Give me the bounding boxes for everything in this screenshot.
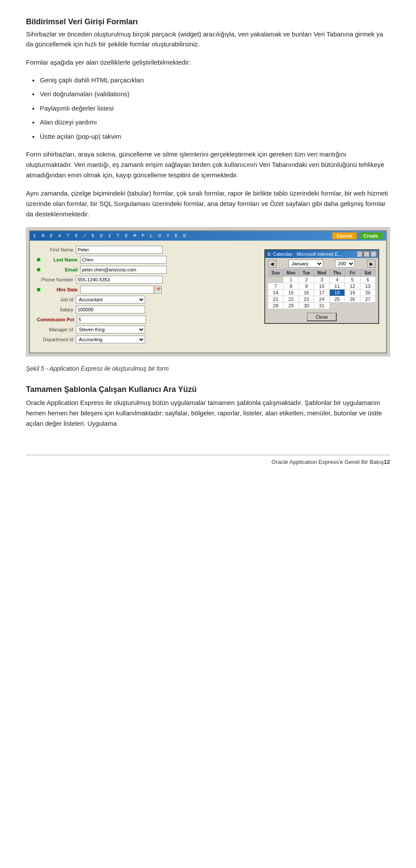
label-hiredate: Hire Date [41,287,80,292]
features-intro: Formlar aşağıda yer alan özelliklerle ge… [26,57,390,68]
label-email: Email [41,267,80,272]
maximize-button[interactable]: □ [364,251,370,257]
calendar-table: Sun Mon Tue Wed Thu Fri Sat 123456789101… [268,269,376,309]
month-select[interactable]: January February March April May June Ju… [289,260,323,268]
day-header-sat: Sat [360,270,375,277]
form-window: C r e a t e / E d i t E m p l o y e e Ca… [29,230,387,353]
section2-paragraph: Oracle Application Express ile oluşturul… [26,398,390,429]
calendar-day[interactable]: 31 [314,303,329,309]
form-row-salary: Salary [37,306,260,313]
calendar-day[interactable]: 26 [345,296,360,303]
calendar-day[interactable]: 5 [345,277,360,283]
label-departmentid: Department Id [37,337,76,342]
label-managerid: Manager Id [37,327,76,332]
form-fields: First Name Last Name Email Phon [37,246,260,346]
calendar-title: Calendar - Microsoft Internet E... [271,251,357,257]
next-month-button[interactable]: ▶ [367,260,376,268]
calendar-day[interactable]: 13 [360,283,375,290]
intro-paragraph: Sihirbazlar ve önceden oluşturulmuş birç… [26,29,390,49]
cancel-button[interactable]: Cancel [332,232,357,239]
label-firstname: First Name [37,247,76,252]
calendar-header: ◀ January February March April May June … [265,258,378,269]
minimize-button[interactable]: _ [357,251,363,257]
required-dot-hiredate [37,288,40,291]
input-email[interactable] [80,266,167,274]
calendar-day[interactable]: 4 [329,277,344,283]
calendar-day[interactable]: 15 [283,290,299,296]
calendar-day[interactable]: 12 [345,283,360,290]
calendar-day[interactable]: 28 [268,303,283,309]
day-header-sun: Sun [268,270,283,277]
label-jobid: Job Id [37,297,76,302]
form-body: First Name Last Name Email Phon [30,241,386,352]
label-phone: Phone Number [37,277,76,282]
calendar-day[interactable]: 19 [345,290,360,296]
calendar-day[interactable]: 25 [329,296,344,303]
day-header-thu: Thu [329,270,344,277]
calendar-day[interactable]: 10 [314,283,329,290]
input-hiredate[interactable] [80,286,154,294]
calendar-close-row: Close [265,311,378,323]
calendar-day[interactable]: 9 [299,283,314,290]
features-list: Geniş çaplı dahili HTML parçacıkları Ver… [26,75,390,142]
form-row-managerid: Manager Id Steven King [37,326,260,333]
input-commission[interactable] [77,316,146,323]
calendar-day [360,303,375,309]
list-item: Veri doğrulamaları (validations) [30,89,390,99]
calendar-button[interactable]: 📅 [155,286,162,294]
calendar-day[interactable]: 29 [283,303,299,309]
calendar-day[interactable]: 21 [268,296,283,303]
calendar-day[interactable]: 14 [268,290,283,296]
calendar-day[interactable]: 17 [314,290,329,296]
calendar-day[interactable]: 22 [283,296,299,303]
section2-heading: Tamamen Şablonla Çalışan Kullanıcı Ara Y… [26,385,390,394]
calendar-day[interactable]: 3 [314,277,329,283]
calendar-day[interactable]: 16 [299,290,314,296]
select-jobid[interactable]: Accountant [76,296,145,303]
calendar-day [345,303,360,309]
calendar-day[interactable]: 23 [299,296,314,303]
year-select[interactable]: 2007 [335,260,355,268]
calendar-close-button[interactable]: Close [307,313,336,321]
input-firstname[interactable] [76,246,162,254]
calendar-window-buttons: _ □ ✕ [357,251,377,257]
label-commission: Commission Pct [37,317,77,322]
close-window-button[interactable]: ✕ [370,251,377,257]
screenshot-container: C r e a t e / E d i t E m p l o y e e Ca… [26,227,390,356]
calendar-day[interactable]: 7 [268,283,283,290]
page-title: Bildirimsel Veri Girişi Formları [26,17,390,26]
form-row-email: Email [37,266,260,274]
select-departmentid[interactable]: Accounting [76,336,145,343]
footer-title: Oracle Application Express'e Genel Bir B… [272,459,384,465]
calendar-titlebar: 🗓 Calendar - Microsoft Internet E... _ □… [265,250,378,258]
calendar-day[interactable]: 6 [360,277,375,283]
calendar-day[interactable]: 20 [360,290,375,296]
calendar-day[interactable]: 1 [283,277,299,283]
create-button[interactable]: Create [359,232,383,239]
calendar-day[interactable]: 18 [329,290,344,296]
calendar-icon: 🗓 [267,252,271,257]
calendar-day [268,277,283,283]
list-item: Üstte açılan (pop-up) takvim [30,132,390,142]
calendar-day[interactable]: 27 [360,296,375,303]
calendar-day[interactable]: 24 [314,296,329,303]
form-row-hiredate: Hire Date 📅 [37,286,260,294]
required-dot-lastname [37,258,40,261]
figure-caption: Şekil 5 - Application Express ile oluştu… [26,365,390,372]
calendar-day[interactable]: 8 [283,283,299,290]
input-lastname[interactable] [80,256,167,264]
calendar-day[interactable]: 30 [299,303,314,309]
calendar-day[interactable]: 2 [299,277,314,283]
day-header-wed: Wed [314,270,329,277]
input-salary[interactable] [76,306,145,313]
prev-month-button[interactable]: ◀ [268,260,276,268]
body-paragraph-2: Aynı zamanda, çizelge biçimindeki (tabul… [26,188,390,219]
list-item: Alan düzeyi yardımı [30,117,390,127]
input-phone[interactable] [76,276,162,284]
select-managerid[interactable]: Steven King [76,326,145,333]
form-titlebar: C r e a t e / E d i t E m p l o y e e Ca… [30,231,386,241]
form-row-departmentid: Department Id Accounting [37,336,260,343]
page-footer: Oracle Application Express'e Genel Bir B… [26,455,390,465]
calendar-day[interactable]: 11 [329,283,344,290]
calendar-popup: 🗓 Calendar - Microsoft Internet E... _ □… [264,249,379,324]
